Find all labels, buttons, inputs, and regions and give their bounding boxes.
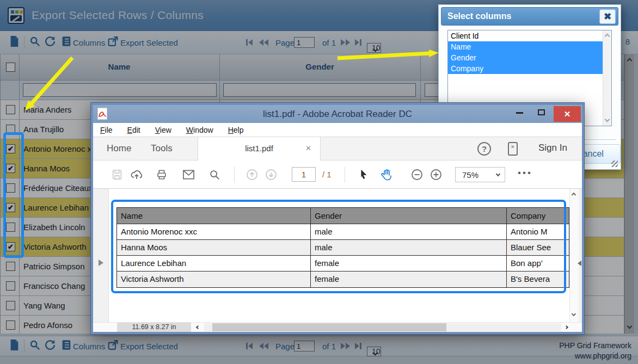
- page-number-input[interactable]: [292, 167, 316, 182]
- dialog-title: Select columns: [447, 11, 511, 21]
- pdf-table-row: Antonio Morenoc xxc male Antonio M: [117, 224, 569, 240]
- tab-document[interactable]: list1.pdf: [198, 137, 321, 161]
- resize-grip[interactable]: [611, 161, 618, 167]
- menu-file[interactable]: File: [100, 126, 113, 134]
- acrobat-window: list1.pdf - Adobe Acrobat Reader DC File…: [91, 103, 584, 334]
- zoom-out-icon[interactable]: [410, 168, 424, 183]
- tab-home[interactable]: Home: [107, 143, 131, 154]
- tab-close-icon[interactable]: [305, 144, 311, 152]
- horizontal-scrollbar[interactable]: [204, 323, 561, 331]
- find-icon[interactable]: [208, 169, 220, 183]
- acrobat-toolbar: / 1 75%: [93, 161, 582, 189]
- acrobat-statusbar: 11.69 x 8.27 in: [93, 322, 582, 332]
- help-icon[interactable]: [477, 142, 491, 156]
- mobile-device-icon[interactable]: [508, 142, 518, 156]
- pdf-table-row: Victoria Ashworth female B's Bevera: [117, 272, 569, 287]
- pane-toggle-icon[interactable]: [99, 260, 103, 266]
- window-title: list1.pdf - Adobe Acrobat Reader DC: [93, 105, 582, 123]
- page-total-label: / 1: [322, 170, 332, 179]
- document-area: Name Gender Company Antonio Morenoc xxc …: [93, 189, 582, 322]
- zoom-in-icon[interactable]: [430, 168, 443, 183]
- more-tools-icon[interactable]: [518, 168, 532, 178]
- listbox-option[interactable]: Name: [448, 41, 603, 52]
- toolbar-divider: [234, 166, 235, 183]
- print-icon[interactable]: [156, 169, 168, 183]
- menu-help[interactable]: Help: [228, 126, 244, 134]
- pdf-table: Name Gender Company Antonio Morenoc xxc …: [116, 207, 569, 288]
- scroll-right-icon[interactable]: [565, 325, 568, 329]
- maximize-button[interactable]: [538, 109, 545, 115]
- page-size-badge: 11.69 x 8.27 in: [117, 323, 191, 332]
- menu-window[interactable]: Window: [186, 126, 213, 134]
- minimize-button[interactable]: [516, 112, 523, 114]
- acrobat-titlebar[interactable]: list1.pdf - Adobe Acrobat Reader DC: [93, 105, 582, 123]
- listbox-option[interactable]: Company: [448, 63, 603, 74]
- next-page-icon[interactable]: [265, 168, 278, 183]
- right-pane-toggle-icon[interactable]: [578, 261, 581, 266]
- scrollbar-thumb[interactable]: [212, 323, 446, 331]
- previous-page-icon[interactable]: [246, 168, 259, 183]
- pdf-table-header: Name Gender Company: [117, 208, 569, 224]
- toolbar-divider: [345, 166, 345, 183]
- listbox-scrollbar[interactable]: [603, 30, 611, 126]
- close-button[interactable]: [554, 106, 581, 122]
- cloud-upload-icon[interactable]: [130, 168, 143, 183]
- scroll-left-icon[interactable]: [196, 325, 200, 329]
- tab-bar: Home Tools list1.pdf Sign In: [93, 137, 582, 161]
- save-icon[interactable]: [111, 169, 123, 183]
- menubar: File Edit View Window Help: [93, 123, 582, 137]
- right-pane-rail: [579, 189, 582, 322]
- document-scrollbar[interactable]: [569, 189, 579, 322]
- pdf-table-row: Laurence Lebihan female Bon app': [117, 256, 569, 272]
- email-icon[interactable]: [182, 169, 195, 182]
- tab-tools[interactable]: Tools: [151, 143, 173, 154]
- menu-view[interactable]: View: [155, 126, 171, 134]
- left-pane-rail: [93, 189, 109, 322]
- hand-tool-icon[interactable]: [380, 168, 393, 183]
- listbox-option[interactable]: Gender: [448, 52, 603, 63]
- listbox-option[interactable]: Client Id: [448, 30, 603, 41]
- sign-in-link[interactable]: Sign In: [538, 143, 567, 153]
- select-tool-icon[interactable]: [358, 168, 370, 182]
- dialog-titlebar[interactable]: Select columns: [441, 7, 618, 26]
- pdf-file-icon: [97, 108, 107, 120]
- menu-edit[interactable]: Edit: [127, 126, 140, 134]
- pdf-table-row: Hanna Moos male Blauer See: [117, 240, 569, 256]
- dialog-close-icon[interactable]: [599, 9, 616, 24]
- zoom-level-select[interactable]: 75%: [455, 167, 505, 182]
- screen: Export Selected Rows / Columns Columns E…: [0, 0, 638, 364]
